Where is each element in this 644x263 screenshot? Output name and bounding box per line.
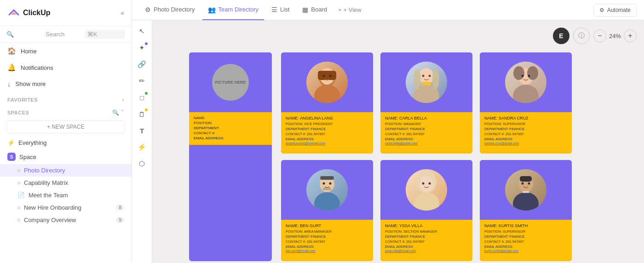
sidebar-item-show-more[interactable]: ↓ Show more bbox=[0, 76, 132, 92]
new-space-button[interactable]: + NEW SPACE bbox=[6, 120, 125, 133]
cursor-icon: ↖ bbox=[139, 27, 145, 35]
add-view-button[interactable]: + + View bbox=[334, 6, 365, 13]
list-tab-label: List bbox=[280, 6, 289, 13]
carla-position: POSITION: MANAGER bbox=[385, 122, 468, 126]
pencil-tool[interactable]: ✏ bbox=[135, 74, 150, 88]
angelina-contact: CONTACT #: 201-547897 bbox=[286, 132, 368, 136]
angelina-svg bbox=[306, 62, 348, 103]
carla-email-link[interactable]: carla.bella@gmail.com bbox=[385, 142, 418, 145]
network-tool[interactable]: ⬡ bbox=[135, 156, 150, 171]
ben-svg bbox=[306, 169, 348, 211]
canvas[interactable]: E ⓘ − 24% + PICTURE HERE bbox=[152, 20, 644, 263]
meet-the-team-label: Meet the Team bbox=[29, 192, 68, 199]
svg-rect-33 bbox=[520, 176, 532, 182]
link-icon: 🔗 bbox=[138, 60, 146, 69]
person-cards-row-1: NAME: ANGELINA LANG POSITION: VICE PRESI… bbox=[281, 52, 572, 154]
sidebar: ClickUp « 🔍 Search ⌘K 🏠 Home 🔔 Notificat… bbox=[0, 0, 132, 263]
sandra-name: NAME: SANDRA CRUZ bbox=[484, 116, 567, 120]
yssa-email-link[interactable]: yssa.villa@email.com bbox=[385, 249, 416, 252]
svg-point-5 bbox=[329, 75, 332, 77]
tab-team-directory[interactable]: 👥 Team Directory bbox=[202, 0, 264, 20]
team-directory-tab-icon: 👥 bbox=[208, 6, 216, 13]
svg-point-8 bbox=[414, 69, 421, 89]
sidebar-item-notifications[interactable]: 🔔 Notifications bbox=[0, 59, 132, 76]
ben-photo bbox=[281, 160, 373, 220]
cards-layout: PICTURE HERE NAME: POSITION: DEPARTMENT:… bbox=[189, 52, 635, 261]
ben-department: DEPARTMENT: FINANCE bbox=[286, 234, 368, 239]
ben-email-link[interactable]: ben.gurt@email.com bbox=[286, 249, 316, 252]
tab-photo-directory[interactable]: ⚙ Photo Directory bbox=[139, 0, 201, 20]
company-overview-dot bbox=[17, 219, 20, 222]
sidebar-item-home[interactable]: 🏠 Home bbox=[0, 43, 132, 59]
home-label: Home bbox=[21, 48, 37, 55]
magic-tool[interactable]: ✦ bbox=[135, 40, 150, 55]
brush-tool[interactable]: ⚡ bbox=[135, 140, 150, 154]
svg-rect-24 bbox=[323, 188, 331, 190]
space-label: Space bbox=[19, 154, 36, 160]
yssa-photo bbox=[380, 160, 472, 220]
svg-point-1 bbox=[314, 85, 340, 103]
spaces-actions[interactable]: 🔍 ˅ bbox=[112, 109, 124, 116]
network-icon: ⬡ bbox=[139, 160, 145, 168]
automate-button[interactable]: ⚙ Automate bbox=[593, 4, 637, 17]
kurtis-email-link[interactable]: kurtis.smith@email.com bbox=[484, 249, 518, 252]
sidebar-item-space[interactable]: S Space bbox=[0, 149, 132, 164]
svg-rect-36 bbox=[523, 191, 529, 193]
sandra-email-link[interactable]: sandra.cruz@gmail.com bbox=[484, 142, 519, 145]
favorites-expand-icon[interactable]: › bbox=[122, 97, 125, 103]
new-hire-label: New Hire Onboarding bbox=[24, 204, 81, 211]
search-bar[interactable]: 🔍 Search ⌘K bbox=[0, 26, 132, 43]
angelina-position: POSITION: VICE PRESIDENT bbox=[286, 122, 368, 126]
carla-avatar bbox=[406, 62, 447, 103]
zoom-in-button[interactable]: + bbox=[624, 29, 637, 42]
sidebar-item-new-hire-onboarding[interactable]: New Hire Onboarding 8 bbox=[0, 201, 132, 214]
svg-point-11 bbox=[429, 75, 431, 77]
app-name: ClickUp bbox=[23, 9, 51, 17]
svg-point-29 bbox=[422, 183, 425, 185]
arrow-down-icon: ↓ bbox=[7, 80, 11, 88]
person-card-kurtis: NAME: KURTIS SMITH POSITION: SUPERVISOR … bbox=[480, 160, 572, 261]
new-hire-dot bbox=[17, 206, 20, 209]
tab-board[interactable]: ▦ Board bbox=[297, 0, 333, 20]
sidebar-item-company-overview[interactable]: Company Overview 9 bbox=[0, 214, 132, 226]
zoom-out-button[interactable]: − bbox=[593, 29, 606, 42]
sandra-svg bbox=[505, 62, 546, 103]
sidebar-collapse-button[interactable]: « bbox=[121, 9, 124, 17]
user-avatar: E bbox=[553, 28, 569, 44]
sidebar-item-photo-directory[interactable]: Photo Directory bbox=[0, 164, 132, 177]
kurtis-position: POSITION: SUPERVISOR bbox=[484, 229, 567, 234]
text-tool[interactable]: T bbox=[135, 123, 150, 138]
photo-directory-dot bbox=[17, 169, 20, 172]
magic-dot bbox=[145, 42, 148, 45]
sidebar-item-meet-the-team[interactable]: 📄 Meet the Team bbox=[0, 189, 132, 201]
pencil-icon: ✏ bbox=[139, 77, 145, 85]
ben-avatar bbox=[306, 169, 348, 211]
svg-point-30 bbox=[429, 183, 431, 185]
sandra-department: DEPARTMENT: FINANCE bbox=[484, 127, 567, 131]
svg-point-4 bbox=[323, 75, 325, 77]
zoom-control: − 24% + bbox=[593, 29, 637, 42]
note-tool[interactable]: 🗒 bbox=[135, 107, 150, 121]
link-tool[interactable]: 🔗 bbox=[135, 57, 150, 72]
tab-list[interactable]: ☰ List bbox=[266, 0, 295, 20]
sandra-photo bbox=[480, 52, 572, 112]
template-email-row: EMAIL ADDRESS: bbox=[194, 136, 267, 140]
template-position-row: POSITION: bbox=[194, 121, 267, 125]
sandra-contact: CONTACT #: 201-547897 bbox=[484, 132, 567, 136]
template-card: PICTURE HERE NAME: POSITION: DEPARTMENT:… bbox=[189, 52, 272, 261]
shape-icon: □ bbox=[140, 94, 144, 102]
info-button[interactable]: ⓘ bbox=[573, 28, 590, 44]
logo[interactable]: ClickUp bbox=[7, 6, 51, 19]
sidebar-item-capability-matrix[interactable]: Capability Matrix bbox=[0, 177, 132, 189]
angelina-email-link[interactable]: angelica.lang@hotmail.com bbox=[286, 142, 325, 145]
notifications-label: Notifications bbox=[21, 64, 53, 71]
space-badge: S bbox=[7, 153, 16, 161]
shape-tool[interactable]: □ bbox=[135, 90, 150, 105]
cursor-tool[interactable]: ↖ bbox=[135, 24, 150, 39]
svg-point-18 bbox=[528, 75, 530, 77]
ben-email: EMAIL ADDRESS: ben.gurt@email.com bbox=[286, 245, 368, 253]
carla-name: NAME: CARLA BELLA bbox=[385, 116, 468, 120]
sidebar-item-everything[interactable]: ⚡ Everything bbox=[0, 136, 132, 149]
info-icon: ⓘ bbox=[578, 32, 585, 40]
person-card-angelina: NAME: ANGELINA LANG POSITION: VICE PRESI… bbox=[281, 52, 373, 154]
